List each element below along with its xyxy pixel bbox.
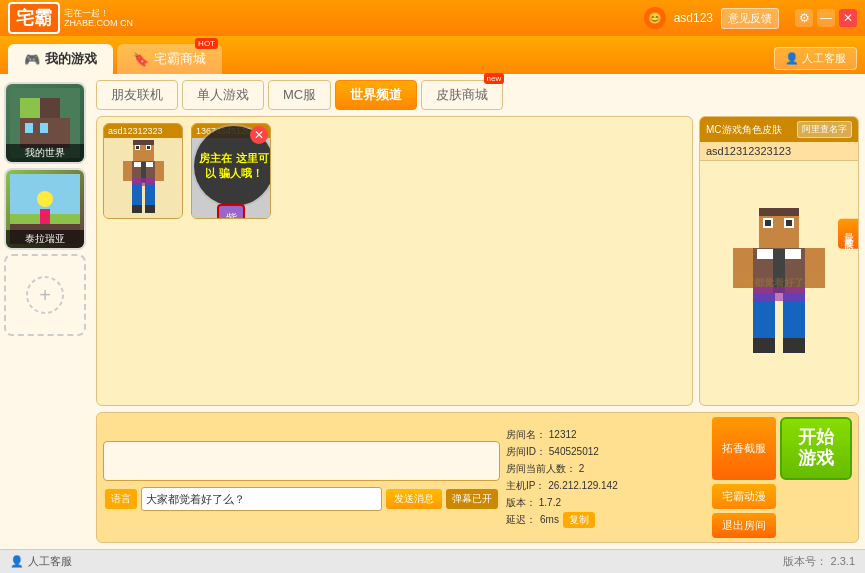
action-buttons: 拓香截服 开始 游戏 宅霸动漫 退出房间 bbox=[712, 417, 852, 538]
username-label: asd123 bbox=[674, 11, 713, 25]
watermark: 大家都觉着好了么？ bbox=[700, 276, 858, 290]
server-card-1[interactable]: asd12312323 bbox=[103, 123, 183, 219]
new-skin-button[interactable]: 最 新 皮 肤！ bbox=[838, 219, 858, 249]
voice-button[interactable]: 语言 bbox=[105, 489, 137, 509]
right-panel-title: MC游戏角色皮肤 bbox=[706, 123, 782, 137]
logo: 宅霸 bbox=[8, 2, 60, 34]
server-info: 房间名： 12312 房间ID： 540525012 房间当前人数： 2 主机I… bbox=[506, 426, 706, 528]
tab-store-icon: 🔖 bbox=[133, 52, 149, 67]
server-card-2[interactable]: 13674545120 房主在 这里可以 骗人哦！ ✕ 紫 bbox=[191, 123, 271, 219]
ip-label: 主机IP： bbox=[506, 480, 545, 491]
popup-close-button[interactable]: ✕ bbox=[250, 126, 268, 144]
change-skin-button[interactable]: 阿里查名字 bbox=[797, 121, 852, 138]
svg-rect-34 bbox=[759, 208, 799, 216]
chat-bar: 语言 发送消息 弹幕已开 bbox=[103, 485, 500, 513]
version-display: 版本号： 2.3.1 bbox=[783, 554, 855, 569]
version-label: 版本： bbox=[506, 497, 536, 508]
status-service-label: 人工客服 bbox=[28, 554, 72, 569]
server-card-1-name: asd12312323 bbox=[104, 124, 182, 138]
right-panel-username: asd12312323123 bbox=[700, 142, 858, 161]
feedback-button[interactable]: 意见反馈 bbox=[721, 8, 779, 29]
chat-display bbox=[103, 441, 500, 481]
send-message-button[interactable]: 发送消息 bbox=[386, 489, 442, 509]
zhba-anime-button[interactable]: 宅霸动漫 bbox=[712, 484, 776, 509]
window-controls: ⚙ — ✕ bbox=[795, 9, 857, 27]
svg-rect-25 bbox=[145, 183, 155, 205]
game-card-terraria[interactable]: 泰拉瑞亚 bbox=[4, 168, 86, 250]
tab-my-games-label: 我的游戏 bbox=[45, 50, 97, 68]
tab-single[interactable]: 单人游戏 bbox=[182, 80, 264, 110]
chat-section: 语言 发送消息 弹幕已开 bbox=[103, 441, 500, 513]
svg-rect-4 bbox=[25, 123, 33, 133]
game-card-minecraft[interactable]: 我的世界 bbox=[4, 82, 86, 164]
exit-room-button[interactable]: 退出房间 bbox=[712, 513, 776, 538]
minecraft-label: 我的世界 bbox=[6, 144, 84, 162]
svg-rect-32 bbox=[765, 220, 771, 226]
right-panel-body: 大家都觉着好了么？ 最 新 皮 肤！ bbox=[700, 161, 858, 405]
servers-area: asd12312323 bbox=[96, 116, 859, 406]
server-list: asd12312323 bbox=[96, 116, 693, 406]
room-id-value: 540525012 bbox=[549, 446, 599, 457]
info-online: 房间当前人数： 2 bbox=[506, 460, 706, 477]
copy-ip-button[interactable]: 复制 bbox=[563, 512, 595, 528]
start-btn-line2: 游戏 bbox=[798, 448, 834, 470]
svg-rect-16 bbox=[136, 146, 139, 149]
start-btn-line1: 开始 bbox=[798, 427, 834, 449]
svg-rect-33 bbox=[786, 220, 792, 226]
action-row-3: 退出房间 bbox=[712, 513, 852, 538]
add-game-card[interactable]: + bbox=[4, 254, 86, 336]
svg-rect-1 bbox=[20, 98, 40, 118]
screenshot-button[interactable]: 拓香截服 bbox=[712, 417, 776, 480]
bottom-area: 语言 发送消息 弹幕已开 房间名： 12312 房间ID： 540525012 … bbox=[96, 412, 859, 543]
popup-text: 房主在 这里可以 骗人哦！ bbox=[194, 151, 271, 182]
version-label: 版本号： bbox=[783, 555, 827, 567]
info-room-id: 房间ID： 540525012 bbox=[506, 443, 706, 460]
svg-rect-2 bbox=[40, 98, 60, 118]
center-area: 朋友联机 单人游戏 MC服 世界频道 皮肤商城 asd12312323 bbox=[90, 74, 865, 549]
ip-value: 26.212.129.142 bbox=[548, 480, 618, 491]
server-card-1-body bbox=[104, 138, 182, 218]
nav-right: 👤 人工客服 bbox=[774, 47, 857, 70]
svg-rect-27 bbox=[145, 205, 155, 213]
server-card-2-container: 13674545120 房主在 这里可以 骗人哦！ ✕ 紫 bbox=[191, 123, 271, 219]
service-button[interactable]: 👤 人工客服 bbox=[774, 47, 857, 70]
info-room-name: 房间名： 12312 bbox=[506, 426, 706, 443]
room-name-label: 房间名： bbox=[506, 429, 546, 440]
svg-rect-43 bbox=[783, 338, 805, 353]
right-panel-header: MC游戏角色皮肤 阿里查名字 bbox=[700, 117, 858, 142]
nav-bar: 🎮 我的游戏 🔖 宅霸商城 HOT 👤 人工客服 bbox=[0, 36, 865, 74]
svg-rect-23 bbox=[155, 161, 164, 181]
svg-rect-26 bbox=[132, 205, 142, 213]
close-button[interactable]: ✕ bbox=[839, 9, 857, 27]
tab-world-channel[interactable]: 世界频道 bbox=[335, 80, 417, 110]
action-row-1: 拓香截服 开始 游戏 bbox=[712, 417, 852, 480]
logo-subtitle: 宅在一起！ bbox=[64, 8, 133, 19]
svg-rect-10 bbox=[40, 209, 50, 224]
title-bar-right: 😊 asd123 意见反馈 ⚙ — ✕ bbox=[644, 7, 857, 29]
right-panel: MC游戏角色皮肤 阿里查名字 asd12312323123 bbox=[699, 116, 859, 406]
tab-friends[interactable]: 朋友联机 bbox=[96, 80, 178, 110]
svg-rect-28 bbox=[132, 178, 155, 186]
popup-icon-box[interactable]: 紫 bbox=[217, 204, 245, 219]
ping-value: 6ms bbox=[540, 511, 559, 528]
status-service-icon: 👤 bbox=[10, 555, 24, 568]
tab-my-games[interactable]: 🎮 我的游戏 bbox=[8, 44, 113, 74]
terraria-label: 泰拉瑞亚 bbox=[6, 230, 84, 248]
user-avatar: 😊 bbox=[644, 7, 666, 29]
settings-button[interactable]: ⚙ bbox=[795, 9, 813, 27]
left-sidebar: 我的世界 泰拉瑞亚 + bbox=[0, 74, 90, 549]
expand-chat-button[interactable]: 弹幕已开 bbox=[446, 489, 498, 509]
tab-store[interactable]: 🔖 宅霸商城 HOT bbox=[117, 44, 222, 74]
tab-skin-store[interactable]: 皮肤商城 bbox=[421, 80, 503, 110]
tab-mc-server[interactable]: MC服 bbox=[268, 80, 331, 110]
tab-store-badge: HOT bbox=[195, 38, 218, 49]
status-bar: 👤 人工客服 版本号： 2.3.1 bbox=[0, 549, 865, 573]
tab-my-games-icon: 🎮 bbox=[24, 52, 40, 67]
room-name-value: 12312 bbox=[549, 429, 577, 440]
info-ip: 主机IP： 26.212.129.142 bbox=[506, 477, 706, 494]
chat-input[interactable] bbox=[141, 487, 382, 511]
svg-rect-22 bbox=[123, 161, 132, 181]
start-game-button[interactable]: 开始 游戏 bbox=[780, 417, 852, 480]
minimize-button[interactable]: — bbox=[817, 9, 835, 27]
online-value: 2 bbox=[579, 463, 585, 474]
